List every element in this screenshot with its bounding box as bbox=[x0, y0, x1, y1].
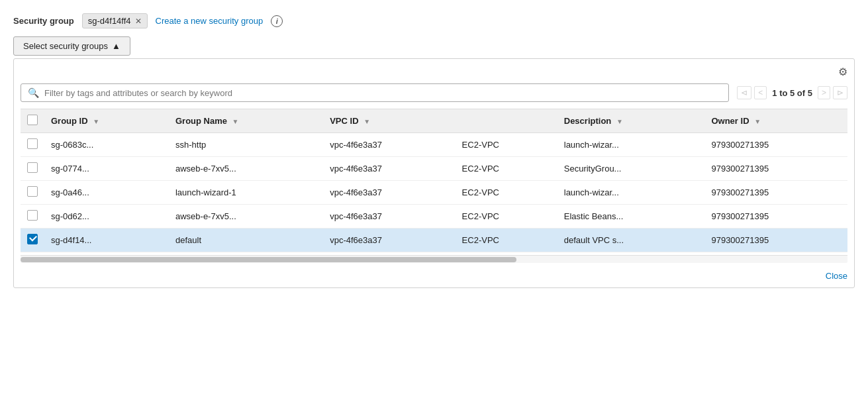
close-link[interactable]: Close bbox=[826, 271, 847, 281]
security-group-tag[interactable]: sg-d4f14ff4 ✕ bbox=[82, 13, 148, 28]
gear-button[interactable]: ⚙ bbox=[838, 66, 847, 78]
description-cell: Elastic Beans... bbox=[557, 205, 705, 229]
create-security-group-link[interactable]: Create a new security group bbox=[156, 16, 264, 26]
last-page-button[interactable]: ⊳ bbox=[833, 86, 847, 99]
search-icon: 🔍 bbox=[28, 87, 39, 98]
extra-cell: EC2-VPC bbox=[456, 181, 557, 205]
group-name-cell: default bbox=[169, 229, 323, 252]
top-row: Security group sg-d4f14ff4 ✕ Create a ne… bbox=[13, 13, 855, 28]
group-id-cell: sg-0a46... bbox=[44, 181, 169, 205]
owner-id-sort-icon: ▼ bbox=[754, 118, 761, 125]
pagination: ⊲ < 1 to 5 of 5 > ⊳ bbox=[737, 86, 847, 99]
description-cell: default VPC s... bbox=[557, 229, 705, 252]
table-row[interactable]: sg-0a46...launch-wizard-1vpc-4f6e3a37EC2… bbox=[21, 181, 847, 205]
owner-id-header[interactable]: Owner ID ▼ bbox=[704, 109, 847, 133]
description-cell: launch-wizar... bbox=[557, 181, 705, 205]
extra-cell: EC2-VPC bbox=[456, 157, 557, 181]
description-sort-icon: ▼ bbox=[616, 118, 623, 125]
vpc-id-cell: vpc-4f6e3a37 bbox=[323, 181, 455, 205]
group-name-cell: awseb-e-7xv5... bbox=[169, 157, 323, 181]
group-id-cell: sg-0774... bbox=[44, 157, 169, 181]
description-header[interactable]: Description ▼ bbox=[557, 109, 705, 133]
group-id-cell: sg-d4f14... bbox=[44, 229, 169, 252]
select-all-header[interactable] bbox=[21, 109, 44, 133]
extra-header bbox=[456, 109, 557, 133]
info-icon: i bbox=[271, 15, 283, 27]
prev-page-button[interactable]: < bbox=[754, 86, 767, 99]
security-group-label: Security group bbox=[13, 16, 74, 26]
extra-cell: EC2-VPC bbox=[456, 229, 557, 252]
search-input[interactable] bbox=[44, 88, 722, 98]
owner-id-cell: 979300271395 bbox=[704, 229, 847, 252]
group-name-sort-icon: ▼ bbox=[232, 118, 239, 125]
row-checkbox[interactable] bbox=[27, 186, 38, 197]
group-name-cell: ssh-http bbox=[169, 133, 323, 157]
search-row: 🔍 ⊲ < 1 to 5 of 5 > ⊳ bbox=[21, 83, 847, 102]
extra-cell: EC2-VPC bbox=[456, 133, 557, 157]
scrollbar-thumb[interactable] bbox=[21, 257, 516, 262]
vpc-id-sort-icon: ▼ bbox=[363, 118, 370, 125]
owner-id-cell: 979300271395 bbox=[704, 133, 847, 157]
description-cell: launch-wizar... bbox=[557, 133, 705, 157]
row-checkbox[interactable] bbox=[27, 138, 38, 149]
group-id-sort-icon: ▼ bbox=[93, 118, 99, 125]
vpc-id-cell: vpc-4f6e3a37 bbox=[323, 157, 455, 181]
table-header-row: Group ID ▼ Group Name ▼ VPC ID ▼ Descrip… bbox=[21, 109, 847, 133]
row-checkbox[interactable] bbox=[27, 162, 38, 173]
horizontal-scrollbar[interactable] bbox=[21, 255, 847, 263]
select-button-arrow: ▲ bbox=[112, 41, 121, 51]
description-cell: SecurityGrou... bbox=[557, 157, 705, 181]
next-page-button[interactable]: > bbox=[818, 86, 830, 99]
owner-id-cell: 979300271395 bbox=[704, 181, 847, 205]
panel-top-row: ⚙ bbox=[21, 66, 847, 78]
vpc-id-cell: vpc-4f6e3a37 bbox=[323, 229, 455, 252]
select-button-label: Select security groups bbox=[23, 41, 108, 51]
row-checkbox[interactable] bbox=[27, 210, 38, 221]
close-row: Close bbox=[21, 271, 847, 281]
tag-close-icon[interactable]: ✕ bbox=[135, 17, 142, 25]
tag-value: sg-d4f14ff4 bbox=[88, 16, 131, 26]
table-row[interactable]: sg-0683c...ssh-httpvpc-4f6e3a37EC2-VPCla… bbox=[21, 133, 847, 157]
group-id-header[interactable]: Group ID ▼ bbox=[44, 109, 169, 133]
security-groups-table: Group ID ▼ Group Name ▼ VPC ID ▼ Descrip… bbox=[21, 109, 847, 252]
vpc-id-cell: vpc-4f6e3a37 bbox=[323, 133, 455, 157]
group-name-cell: awseb-e-7xv5... bbox=[169, 205, 323, 229]
search-box-container: 🔍 bbox=[21, 83, 729, 102]
table-row[interactable]: sg-0d62...awseb-e-7xv5...vpc-4f6e3a37EC2… bbox=[21, 205, 847, 229]
group-name-cell: launch-wizard-1 bbox=[169, 181, 323, 205]
vpc-id-cell: vpc-4f6e3a37 bbox=[323, 205, 455, 229]
dropdown-panel: ⚙ 🔍 ⊲ < 1 to 5 of 5 > ⊳ Group ID ▼ Group… bbox=[13, 58, 855, 288]
owner-id-cell: 979300271395 bbox=[704, 205, 847, 229]
group-id-cell: sg-0d62... bbox=[44, 205, 169, 229]
select-all-checkbox[interactable] bbox=[27, 115, 38, 125]
group-name-header[interactable]: Group Name ▼ bbox=[169, 109, 323, 133]
vpc-id-header[interactable]: VPC ID ▼ bbox=[323, 109, 455, 133]
table-row[interactable]: sg-d4f14...defaultvpc-4f6e3a37EC2-VPCdef… bbox=[21, 229, 847, 252]
group-id-cell: sg-0683c... bbox=[44, 133, 169, 157]
first-page-button[interactable]: ⊲ bbox=[737, 86, 751, 99]
pagination-text: 1 to 5 of 5 bbox=[769, 88, 815, 98]
select-security-groups-button[interactable]: Select security groups ▲ bbox=[13, 36, 130, 56]
extra-cell: EC2-VPC bbox=[456, 205, 557, 229]
table-row[interactable]: sg-0774...awseb-e-7xv5...vpc-4f6e3a37EC2… bbox=[21, 157, 847, 181]
owner-id-cell: 979300271395 bbox=[704, 157, 847, 181]
row-checkbox[interactable] bbox=[27, 234, 38, 244]
